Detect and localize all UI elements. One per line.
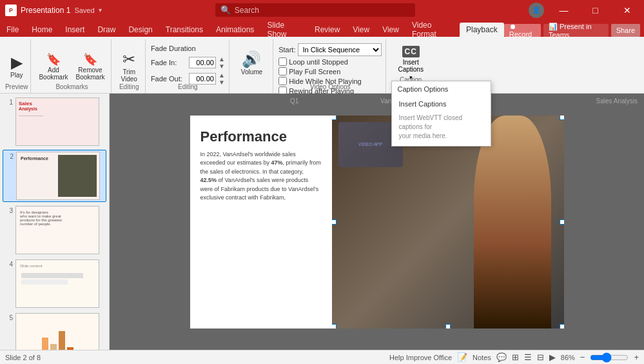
fade-group: Fade Duration Fade In: ▲▼ Fade Out: ▲▼ E… <box>147 39 229 93</box>
tab-design[interactable]: Design <box>122 23 159 37</box>
tab-insert[interactable]: Insert <box>59 23 91 37</box>
tab-review[interactable]: Review <box>308 23 346 37</box>
slide-num-3: 3 <box>4 207 13 214</box>
fade-out-label: Fade Out: <box>151 75 186 83</box>
search-bar[interactable]: 🔍 <box>215 3 415 17</box>
slide-thumb-2[interactable]: 2 Performance <box>3 150 106 202</box>
main-area: 1 Sales Analysis ───────── 2 Performance <box>0 94 644 350</box>
sel-handle-ml[interactable] <box>332 219 337 225</box>
add-bookmark-button[interactable]: 🔖 AddBookmark <box>36 52 70 82</box>
record-button[interactable]: ⏺ Record <box>504 24 541 37</box>
tab-view2[interactable]: View <box>376 23 405 37</box>
sel-handle-bc[interactable] <box>445 324 451 329</box>
view-reading-icon[interactable]: ⊟ <box>537 352 544 362</box>
titlebar-right: 👤 — □ ✕ <box>529 0 644 20</box>
fullscreen-checkbox[interactable] <box>278 67 287 76</box>
fade-in-input[interactable] <box>189 57 216 68</box>
slide-img-5 <box>15 313 99 350</box>
zoom-out-icon[interactable]: − <box>580 352 585 362</box>
tab-animations[interactable]: Animations <box>210 23 260 37</box>
sel-handle-tl[interactable] <box>332 116 337 120</box>
loop-checkbox[interactable] <box>278 57 287 66</box>
close-button[interactable]: ✕ <box>612 0 641 20</box>
trim-video-button[interactable]: ✂ TrimVideo <box>117 47 141 87</box>
notes-label[interactable]: Notes <box>473 354 491 361</box>
play-icon: ▶ <box>11 55 23 70</box>
slide-num-1: 1 <box>4 99 13 106</box>
fade-duration-label: Fade Duration <box>151 45 225 52</box>
slide-title: Performance <box>200 128 322 145</box>
tab-view1[interactable]: View <box>346 23 376 37</box>
analysis-label: Sales Analysis <box>596 97 638 105</box>
preview-group: ▶ Play Preview <box>3 39 31 93</box>
insert-captions-item[interactable]: Insert Captions <box>392 97 491 111</box>
tab-file[interactable]: File <box>0 23 25 37</box>
fade-group-label: Editing <box>147 83 229 90</box>
slide-body: In 2022, VanArdsel's worldwide sales exc… <box>200 150 322 203</box>
avatar[interactable]: 👤 <box>529 3 544 18</box>
tab-draw[interactable]: Draw <box>91 23 122 37</box>
editing-group-label: Editing <box>113 83 144 90</box>
trim-video-icon: ✂ <box>122 52 135 67</box>
search-icon: 🔍 <box>220 5 231 15</box>
notes-button[interactable]: 📝 <box>457 352 467 362</box>
start-select[interactable]: In Click Sequence Automatically When Cli… <box>298 43 382 56</box>
view-sort-icon[interactable]: ☰ <box>524 352 532 362</box>
captions-dropdown-header: Caption Options <box>392 81 491 97</box>
share-button[interactable]: Share <box>611 24 640 37</box>
performance-slide: Performance In 2022, VanArdsel's worldwi… <box>190 116 564 329</box>
slide-img-4: Slide content <box>15 259 99 308</box>
slide-img-3: It's for designerswho want to make great… <box>15 206 99 254</box>
ribbon-tabs: File Home Insert Draw Design Transitions… <box>0 20 644 37</box>
title-bar: P Presentation 1 Saved ▾ 🔍 👤 — □ ✕ <box>0 0 644 20</box>
slide-thumb-4[interactable]: 4 Slide content <box>3 258 106 309</box>
loop-checkbox-label[interactable]: Loop until Stopped <box>278 57 348 66</box>
volume-icon: 🔊 <box>242 52 261 67</box>
fullscreen-checkbox-label[interactable]: Play Full Screen <box>278 67 340 76</box>
zoom-in-icon[interactable]: + <box>634 352 639 362</box>
comments-icon[interactable]: 💬 <box>496 352 507 362</box>
volume-button[interactable]: 🔊 Volume <box>237 43 266 83</box>
save-status: Saved <box>74 6 94 14</box>
search-input[interactable] <box>235 6 402 15</box>
slide-content-area: Q1 VanArc... Sales Analysis Performance … <box>110 94 644 350</box>
video-options-label: Video Options <box>275 83 385 90</box>
perf-video-area[interactable]: VIDEO APP <box>332 116 564 329</box>
sel-handle-br[interactable] <box>560 324 564 329</box>
tab-home[interactable]: Home <box>25 23 59 37</box>
minimize-button[interactable]: — <box>549 0 578 20</box>
sel-handle-bl[interactable] <box>332 324 337 329</box>
slide-thumb-3[interactable]: 3 It's for designerswho want to make gre… <box>3 205 106 256</box>
tab-transitions[interactable]: Transitions <box>159 23 210 37</box>
slide-thumb-1[interactable]: 1 Sales Analysis ───────── <box>3 96 106 147</box>
document-title: Presentation 1 <box>21 6 70 15</box>
ribbon-content: ▶ Play Preview 🔖 AddBookmark 🔖 RemoveBoo… <box>0 37 644 94</box>
tab-slideshow[interactable]: Slide Show <box>260 23 308 37</box>
slide-img-2: Performance <box>16 152 100 200</box>
tab-playback[interactable]: Playback <box>460 23 504 37</box>
sel-handle-mr[interactable] <box>560 219 564 225</box>
video-background: VIDEO APP <box>332 116 564 329</box>
view-normal-icon[interactable]: ⊞ <box>512 352 519 362</box>
slide-num-2: 2 <box>5 153 14 160</box>
play-button[interactable]: ▶ Play <box>6 47 26 87</box>
sel-handle-tr[interactable] <box>560 116 564 120</box>
zoom-slider[interactable] <box>590 353 629 362</box>
slide-img-1: Sales Analysis ───────── <box>15 97 99 146</box>
slide-num-5: 5 <box>4 314 13 321</box>
tab-videoformat[interactable]: Video Format <box>405 23 460 37</box>
editing-group: ✂ TrimVideo Editing <box>113 39 145 93</box>
zoom-level: 86% <box>561 354 575 361</box>
volume-group: 🔊 Volume <box>231 39 273 93</box>
remove-bookmark-button[interactable]: 🔖 RemoveBookmark <box>73 52 107 82</box>
titlebar-left: P Presentation 1 Saved ▾ <box>0 5 102 16</box>
fade-in-label: Fade In: <box>151 59 186 66</box>
slideshow-icon[interactable]: ▶ <box>549 352 556 362</box>
bookmarks-group: 🔖 AddBookmark 🔖 RemoveBookmark Bookmarks <box>32 39 112 93</box>
slide-thumb-5[interactable]: 5 <box>3 312 106 350</box>
help-improve[interactable]: Help Improve Office <box>389 354 452 361</box>
q1-label: Q1 <box>290 97 298 105</box>
add-bookmark-icon: 🔖 <box>46 54 61 65</box>
restore-button[interactable]: □ <box>581 0 610 20</box>
present-teams-button[interactable]: 📊 Present in Teams <box>543 24 609 37</box>
